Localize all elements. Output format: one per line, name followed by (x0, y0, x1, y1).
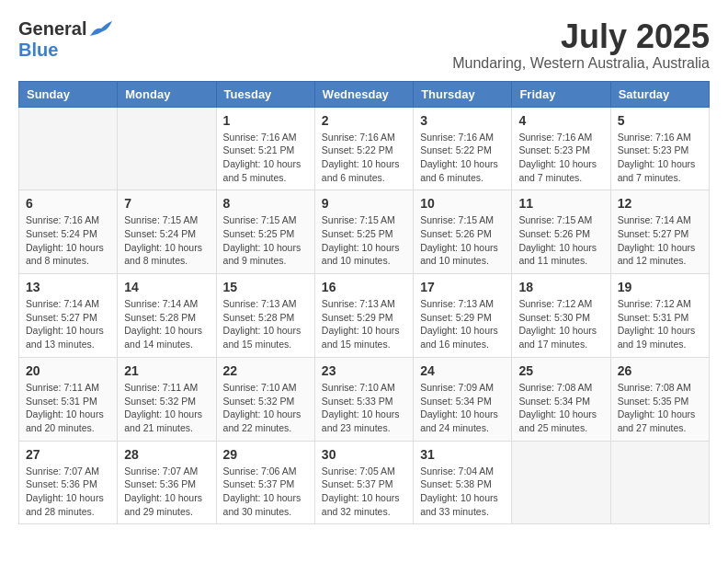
day-info: Sunrise: 7:15 AM Sunset: 5:26 PM Dayligh… (420, 213, 505, 268)
day-info: Sunrise: 7:04 AM Sunset: 5:38 PM Dayligh… (420, 465, 505, 519)
calendar-cell: 14Sunrise: 7:14 AM Sunset: 5:28 PM Dayli… (118, 274, 216, 358)
weekday-header-tuesday: Tuesday (216, 81, 314, 107)
day-number: 10 (420, 196, 505, 211)
weekday-header-wednesday: Wednesday (314, 81, 413, 107)
calendar-cell: 16Sunrise: 7:13 AM Sunset: 5:29 PM Dayli… (314, 274, 413, 358)
logo-bird-icon (88, 19, 114, 40)
day-number: 30 (322, 447, 406, 462)
day-info: Sunrise: 7:11 AM Sunset: 5:32 PM Dayligh… (124, 381, 209, 435)
day-number: 5 (618, 113, 702, 128)
day-info: Sunrise: 7:13 AM Sunset: 5:29 PM Dayligh… (322, 297, 406, 351)
calendar-cell: 2Sunrise: 7:16 AM Sunset: 5:22 PM Daylig… (314, 107, 413, 190)
day-number: 15 (223, 280, 308, 294)
week-row-5: 27Sunrise: 7:07 AM Sunset: 5:36 PM Dayli… (19, 441, 710, 524)
day-info: Sunrise: 7:06 AM Sunset: 5:37 PM Dayligh… (223, 465, 308, 519)
day-number: 26 (618, 363, 702, 378)
day-number: 14 (124, 280, 209, 294)
calendar-cell: 19Sunrise: 7:12 AM Sunset: 5:31 PM Dayli… (610, 274, 709, 358)
calendar-cell: 6Sunrise: 7:16 AM Sunset: 5:24 PM Daylig… (19, 190, 118, 274)
calendar-table: SundayMondayTuesdayWednesdayThursdayFrid… (18, 81, 710, 525)
page-header: General Blue July 2025 Mundaring, Wester… (18, 18, 710, 72)
week-row-4: 20Sunrise: 7:11 AM Sunset: 5:31 PM Dayli… (19, 357, 710, 441)
weekday-header-sunday: Sunday (19, 81, 118, 107)
day-info: Sunrise: 7:05 AM Sunset: 5:37 PM Dayligh… (322, 465, 406, 519)
day-number: 20 (26, 363, 110, 378)
day-number: 13 (26, 280, 110, 294)
calendar-cell: 10Sunrise: 7:15 AM Sunset: 5:26 PM Dayli… (414, 190, 512, 274)
weekday-header-saturday: Saturday (610, 81, 709, 107)
day-number: 25 (518, 363, 603, 378)
calendar-cell: 22Sunrise: 7:10 AM Sunset: 5:32 PM Dayli… (216, 357, 314, 441)
calendar-cell (610, 441, 709, 524)
day-info: Sunrise: 7:13 AM Sunset: 5:29 PM Dayligh… (420, 297, 505, 351)
calendar-cell: 9Sunrise: 7:15 AM Sunset: 5:25 PM Daylig… (314, 190, 413, 274)
calendar-cell: 15Sunrise: 7:13 AM Sunset: 5:28 PM Dayli… (216, 274, 314, 358)
day-number: 23 (322, 363, 406, 378)
day-info: Sunrise: 7:10 AM Sunset: 5:32 PM Dayligh… (223, 381, 308, 435)
calendar-cell: 26Sunrise: 7:08 AM Sunset: 5:35 PM Dayli… (610, 357, 709, 441)
day-number: 19 (618, 280, 702, 294)
day-info: Sunrise: 7:15 AM Sunset: 5:25 PM Dayligh… (322, 213, 406, 268)
day-info: Sunrise: 7:09 AM Sunset: 5:34 PM Dayligh… (420, 381, 505, 435)
calendar-cell: 7Sunrise: 7:15 AM Sunset: 5:24 PM Daylig… (118, 190, 216, 274)
day-info: Sunrise: 7:16 AM Sunset: 5:21 PM Dayligh… (223, 131, 308, 185)
logo-general: General (18, 18, 86, 40)
day-number: 12 (618, 196, 702, 211)
calendar-cell: 8Sunrise: 7:15 AM Sunset: 5:25 PM Daylig… (216, 190, 314, 274)
day-number: 27 (26, 447, 110, 462)
day-number: 1 (223, 113, 308, 128)
day-number: 16 (322, 280, 406, 294)
day-number: 22 (223, 363, 308, 378)
week-row-2: 6Sunrise: 7:16 AM Sunset: 5:24 PM Daylig… (19, 190, 710, 274)
calendar-cell: 17Sunrise: 7:13 AM Sunset: 5:29 PM Dayli… (414, 274, 512, 358)
day-info: Sunrise: 7:07 AM Sunset: 5:36 PM Dayligh… (26, 465, 110, 519)
calendar-cell (118, 107, 216, 190)
calendar-cell: 20Sunrise: 7:11 AM Sunset: 5:31 PM Dayli… (19, 357, 118, 441)
day-number: 29 (223, 447, 308, 462)
weekday-header-monday: Monday (118, 81, 216, 107)
day-number: 18 (518, 280, 603, 294)
day-number: 8 (223, 196, 308, 211)
calendar-cell: 29Sunrise: 7:06 AM Sunset: 5:37 PM Dayli… (216, 441, 314, 524)
day-info: Sunrise: 7:08 AM Sunset: 5:34 PM Dayligh… (518, 381, 603, 435)
day-number: 31 (420, 447, 505, 462)
day-number: 3 (420, 113, 505, 128)
calendar-title: July 2025 (452, 18, 710, 55)
day-info: Sunrise: 7:16 AM Sunset: 5:22 PM Dayligh… (322, 131, 406, 185)
day-number: 17 (420, 280, 505, 294)
calendar-cell: 25Sunrise: 7:08 AM Sunset: 5:34 PM Dayli… (512, 357, 610, 441)
day-number: 9 (322, 196, 406, 211)
weekday-header-row: SundayMondayTuesdayWednesdayThursdayFrid… (19, 81, 710, 107)
day-info: Sunrise: 7:07 AM Sunset: 5:36 PM Dayligh… (124, 465, 209, 519)
day-number: 2 (322, 113, 406, 128)
day-info: Sunrise: 7:11 AM Sunset: 5:31 PM Dayligh… (26, 381, 110, 435)
day-info: Sunrise: 7:15 AM Sunset: 5:26 PM Dayligh… (518, 213, 603, 268)
calendar-subtitle: Mundaring, Western Australia, Australia (452, 55, 710, 72)
calendar-cell: 30Sunrise: 7:05 AM Sunset: 5:37 PM Dayli… (314, 441, 413, 524)
day-info: Sunrise: 7:13 AM Sunset: 5:28 PM Dayligh… (223, 297, 308, 351)
calendar-cell: 4Sunrise: 7:16 AM Sunset: 5:23 PM Daylig… (512, 107, 610, 190)
day-number: 6 (26, 196, 110, 211)
day-number: 28 (124, 447, 209, 462)
day-info: Sunrise: 7:15 AM Sunset: 5:24 PM Dayligh… (124, 213, 209, 268)
logo: General Blue (18, 18, 114, 61)
calendar-cell: 13Sunrise: 7:14 AM Sunset: 5:27 PM Dayli… (19, 274, 118, 358)
day-info: Sunrise: 7:14 AM Sunset: 5:28 PM Dayligh… (124, 297, 209, 351)
day-info: Sunrise: 7:16 AM Sunset: 5:23 PM Dayligh… (518, 131, 603, 185)
week-row-3: 13Sunrise: 7:14 AM Sunset: 5:27 PM Dayli… (19, 274, 710, 358)
calendar-cell (19, 107, 118, 190)
day-info: Sunrise: 7:16 AM Sunset: 5:24 PM Dayligh… (26, 213, 110, 268)
day-info: Sunrise: 7:14 AM Sunset: 5:27 PM Dayligh… (618, 213, 702, 268)
day-info: Sunrise: 7:16 AM Sunset: 5:22 PM Dayligh… (420, 131, 505, 185)
day-info: Sunrise: 7:16 AM Sunset: 5:23 PM Dayligh… (618, 131, 702, 185)
calendar-cell: 11Sunrise: 7:15 AM Sunset: 5:26 PM Dayli… (512, 190, 610, 274)
calendar-cell: 18Sunrise: 7:12 AM Sunset: 5:30 PM Dayli… (512, 274, 610, 358)
day-info: Sunrise: 7:14 AM Sunset: 5:27 PM Dayligh… (26, 297, 110, 351)
weekday-header-friday: Friday (512, 81, 610, 107)
day-info: Sunrise: 7:08 AM Sunset: 5:35 PM Dayligh… (618, 381, 702, 435)
day-info: Sunrise: 7:12 AM Sunset: 5:31 PM Dayligh… (618, 297, 702, 351)
title-section: July 2025 Mundaring, Western Australia, … (452, 18, 710, 72)
day-number: 7 (124, 196, 209, 211)
logo-blue: Blue (18, 40, 114, 61)
calendar-cell: 5Sunrise: 7:16 AM Sunset: 5:23 PM Daylig… (610, 107, 709, 190)
